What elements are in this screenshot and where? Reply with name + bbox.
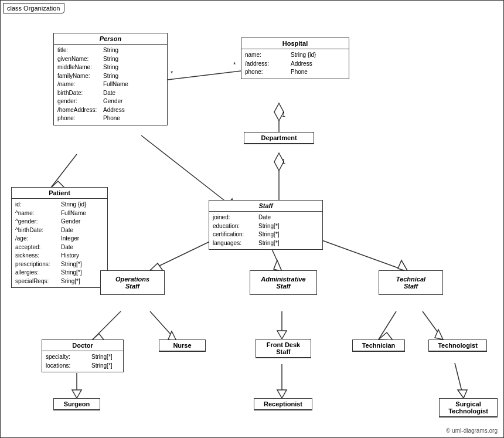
svg-marker-34 <box>277 390 287 398</box>
nurse-name: Nurse <box>159 340 205 351</box>
svg-line-35 <box>455 363 464 398</box>
svg-text:*: * <box>171 70 173 77</box>
person-attrs: title:String givenName:String middleName… <box>54 45 167 125</box>
staff-attrs: joined:Date education:String[*] certific… <box>209 212 322 249</box>
class-nurse: Nurse <box>159 339 206 352</box>
svg-line-13 <box>141 135 235 209</box>
svg-marker-4 <box>274 103 284 121</box>
receptionist-name: Receptionist <box>254 399 312 410</box>
svg-marker-26 <box>277 331 287 339</box>
staff-name: Staff <box>209 201 322 212</box>
svg-marker-32 <box>72 390 81 398</box>
department-name: Department <box>244 133 314 144</box>
svg-marker-36 <box>458 390 467 398</box>
svg-marker-8 <box>274 153 284 171</box>
svg-text:1: 1 <box>282 111 285 118</box>
surgical-technologist-name: SurgicalTechnologist <box>440 399 497 417</box>
class-surgeon: Surgeon <box>53 398 100 410</box>
person-name: Person <box>54 33 167 45</box>
class-staff: Staff joined:Date education:String[*] ce… <box>209 200 323 250</box>
patient-attrs: id:String {id} ^name:FullName ^gender:Ge… <box>12 199 107 287</box>
svg-line-21 <box>91 311 121 341</box>
class-technician: Technician <box>352 339 405 352</box>
doctor-name: Doctor <box>42 340 123 351</box>
operations-staff-name: OperationsStaff <box>101 273 164 292</box>
uml-diagram: class Organization * * 1 * 1 * <box>0 0 504 438</box>
class-front-desk-staff: Front DeskStaff <box>256 339 311 358</box>
svg-text:*: * <box>233 61 236 68</box>
svg-line-23 <box>150 311 176 341</box>
patient-name: Patient <box>12 188 107 199</box>
svg-line-27 <box>379 311 396 339</box>
class-hospital: Hospital name:String {id} /address:Addre… <box>241 38 349 79</box>
class-administrative-staff: AdministrativeStaff <box>250 270 317 295</box>
diagram-title: class Organization <box>3 3 64 13</box>
svg-line-29 <box>423 311 443 339</box>
technical-staff-name: TechnicalStaff <box>379 273 442 292</box>
svg-line-11 <box>50 154 77 188</box>
svg-line-0 <box>168 71 241 80</box>
class-receptionist: Receptionist <box>254 398 312 410</box>
class-patient: Patient id:String {id} ^name:FullName ^g… <box>11 187 108 288</box>
class-technologist: Technologist <box>428 339 487 352</box>
svg-marker-30 <box>435 330 443 339</box>
hospital-attrs: name:String {id} /address:Address phone:… <box>241 49 349 79</box>
doctor-attrs: specialty:String[*] locations:String[*] <box>42 351 123 372</box>
hospital-name: Hospital <box>241 38 349 49</box>
class-technical-staff: TechnicalStaff <box>379 270 443 295</box>
class-person: Person title:String givenName:String mid… <box>53 33 168 125</box>
class-surgical-technologist: SurgicalTechnologist <box>439 398 498 417</box>
class-department: Department <box>244 132 314 144</box>
copyright: © uml-diagrams.org <box>446 427 498 434</box>
technician-name: Technician <box>353 340 404 351</box>
surgeon-name: Surgeon <box>54 399 100 410</box>
front-desk-staff-name: Front DeskStaff <box>256 339 311 358</box>
class-operations-staff: OperationsStaff <box>100 270 165 295</box>
svg-text:1: 1 <box>282 158 285 165</box>
administrative-staff-name: AdministrativeStaff <box>250 273 316 292</box>
technologist-name: Technologist <box>429 340 486 351</box>
class-doctor: Doctor specialty:String[*] locations:Str… <box>42 339 124 372</box>
